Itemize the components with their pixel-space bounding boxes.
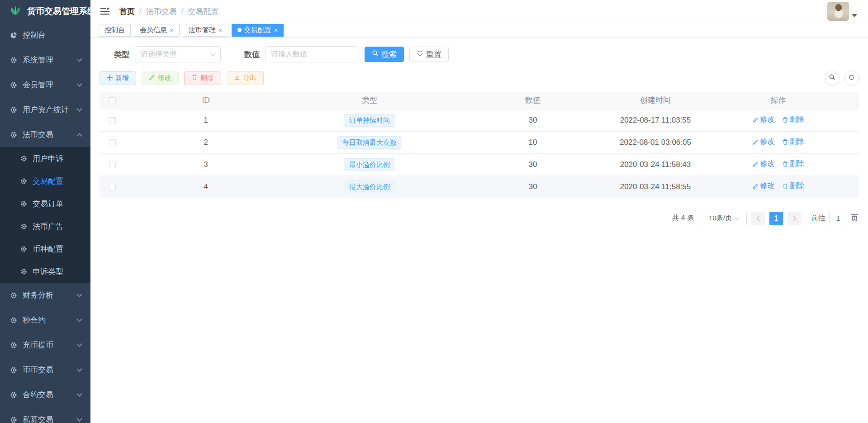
sidebar-subitem-label: 交易配置 xyxy=(33,176,63,186)
row-edit-link[interactable]: 修改 xyxy=(752,137,774,147)
table-search-toggle-button[interactable] xyxy=(825,71,840,86)
gear-icon xyxy=(10,131,17,138)
row-checkbox[interactable] xyxy=(109,117,116,124)
row-edit-link[interactable]: 修改 xyxy=(752,159,774,169)
user-avatar[interactable] xyxy=(827,2,849,21)
gear-icon xyxy=(20,223,27,230)
row-checkbox[interactable] xyxy=(109,139,116,146)
row-delete-link[interactable]: 删除 xyxy=(782,181,804,191)
close-icon[interactable]: × xyxy=(170,27,174,33)
sidebar-item-system[interactable]: 系统管理 xyxy=(0,48,90,72)
table-row: 4 最大溢价比例 30 2020-03-24 11:58:55 修改 删除 xyxy=(100,176,859,198)
chevron-down-icon xyxy=(76,56,82,62)
column-header-type: 类型 xyxy=(287,92,452,109)
page-number-1[interactable]: 1 xyxy=(769,212,783,225)
row-delete-link[interactable]: 删除 xyxy=(782,159,804,169)
chevron-right-icon xyxy=(791,216,796,221)
edit-button[interactable]: 修改 xyxy=(142,71,179,85)
chevron-down-icon xyxy=(76,291,82,297)
tab-trade-config[interactable]: 交易配置 × xyxy=(232,24,284,37)
sidebar-item-deposit-withdraw[interactable]: 充币提币 xyxy=(0,333,90,357)
gear-icon xyxy=(10,57,17,64)
tab-member-info[interactable]: 会员信息 × xyxy=(134,24,180,37)
sidebar-item-spot-trading[interactable]: 币币交易 xyxy=(0,357,90,382)
tab-console[interactable]: 控制台 xyxy=(99,24,131,37)
sidebar-subitem-trade-orders[interactable]: 交易订单 xyxy=(0,192,90,215)
cell-id: 1 xyxy=(125,109,287,131)
close-icon[interactable]: × xyxy=(274,27,278,33)
cell-created: 2022-08-17 11:03:55 xyxy=(613,109,697,131)
navbar-right xyxy=(827,2,857,21)
trash-icon xyxy=(782,161,788,167)
sidebar-subitem-trade-config[interactable]: 交易配置 xyxy=(0,170,90,192)
gear-icon xyxy=(10,342,17,349)
chevron-down-icon xyxy=(210,51,215,56)
sidebar-item-private-trading[interactable]: 私募交易 xyxy=(0,407,90,423)
table-refresh-button[interactable] xyxy=(844,71,859,86)
page-unit-label: 页 xyxy=(851,214,858,223)
delete-button-label: 删除 xyxy=(200,74,214,82)
sidebar-item-finance-analysis[interactable]: 财务分析 xyxy=(0,283,90,308)
add-button[interactable]: 新增 xyxy=(100,71,136,85)
row-delete-link[interactable]: 删除 xyxy=(782,137,804,147)
close-icon[interactable]: × xyxy=(218,27,223,33)
sidebar-subitem-label: 申诉类型 xyxy=(33,266,63,277)
gear-icon xyxy=(10,317,17,324)
prev-page-button[interactable] xyxy=(751,212,765,225)
sidebar-item-label: 法币交易 xyxy=(23,129,53,140)
row-delete-link[interactable]: 删除 xyxy=(782,115,804,124)
sidebar-item-label: 币币交易 xyxy=(23,365,53,375)
row-checkbox[interactable] xyxy=(109,162,116,168)
app-logo[interactable]: 货币交易管理系统 xyxy=(0,0,90,23)
active-tab-dot xyxy=(237,28,242,32)
sidebar-item-user-assets[interactable]: 用户资产统计 xyxy=(0,97,90,122)
cell-created: 2022-08-01 03:06:05 xyxy=(613,131,697,153)
breadcrumb-separator: / xyxy=(139,7,142,16)
search-button[interactable]: 搜索 xyxy=(365,47,404,62)
trash-icon xyxy=(782,117,788,123)
gear-icon xyxy=(20,155,27,162)
sidebar-item-dashboard[interactable]: 控制台 xyxy=(0,23,90,48)
sidebar-toggle-icon[interactable] xyxy=(99,5,111,17)
page-content: 类型 请选择类型 数值 搜索 重置 xyxy=(90,38,868,423)
next-page-button[interactable] xyxy=(787,212,801,225)
sidebar-subitem-coin-config[interactable]: 币种配置 xyxy=(0,238,90,260)
row-edit-link[interactable]: 修改 xyxy=(752,181,774,191)
export-button-label: 导出 xyxy=(243,74,256,82)
value-filter-input[interactable] xyxy=(265,46,357,62)
chevron-down-icon xyxy=(76,341,82,347)
goto-page-input[interactable] xyxy=(829,212,847,225)
sidebar-subitem-appeal-types[interactable]: 申诉类型 xyxy=(0,260,90,283)
export-button[interactable]: 导出 xyxy=(227,71,264,85)
gear-icon xyxy=(20,245,27,252)
reset-button[interactable]: 重置 xyxy=(409,47,449,62)
sidebar-subitem-fiat-ads[interactable]: 法币广告 xyxy=(0,215,90,238)
sidebar-item-second-contract[interactable]: 秒合约 xyxy=(0,308,90,333)
fiat-trading-submenu: 用户申诉 交易配置 交易订单 xyxy=(0,147,90,283)
dashboard-icon xyxy=(10,32,17,39)
sidebar-subitem-user-appeals[interactable]: 用户申诉 xyxy=(0,147,90,170)
breadcrumb-home[interactable]: 首页 xyxy=(119,6,135,17)
sidebar-item-fiat-trading[interactable]: 法币交易 xyxy=(0,122,90,147)
row-checkbox[interactable] xyxy=(109,184,116,190)
sidebar-item-label: 用户资产统计 xyxy=(23,105,69,115)
row-edit-link[interactable]: 修改 xyxy=(752,115,774,124)
sidebar-item-contract-trading[interactable]: 合约交易 xyxy=(0,382,90,407)
sidebar-item-label: 控制台 xyxy=(23,30,46,40)
select-all-checkbox[interactable] xyxy=(109,97,116,104)
tabs-bar: 控制台 会员信息 × 法币管理 × 交易配置 × xyxy=(90,23,868,38)
page-size-value: 10条/页 xyxy=(709,214,732,223)
type-filter-select[interactable]: 请选择类型 xyxy=(135,46,221,62)
page-size-select[interactable]: 10条/页 xyxy=(701,212,747,225)
cell-value: 10 xyxy=(452,131,613,153)
delete-button[interactable]: 删除 xyxy=(184,71,221,85)
chevron-down-icon xyxy=(76,391,82,397)
type-tag: 最小溢价比例 xyxy=(344,158,395,171)
sidebar-item-members[interactable]: 会员管理 xyxy=(0,72,90,97)
sidebar-item-label: 系统管理 xyxy=(23,55,53,65)
tab-fiat-management[interactable]: 法币管理 × xyxy=(183,24,228,37)
sidebar: 货币交易管理系统 控制台 系统管理 xyxy=(0,0,90,423)
user-menu-caret-icon[interactable] xyxy=(852,14,857,17)
sidebar-item-label: 财务分析 xyxy=(23,290,53,300)
column-header-id: ID xyxy=(125,92,287,109)
